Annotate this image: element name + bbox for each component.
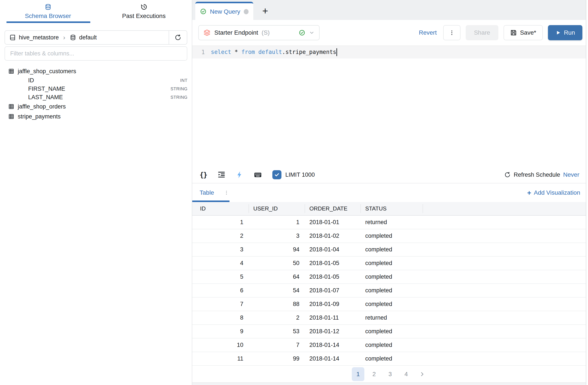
endpoint-size: (S)	[262, 29, 270, 36]
scrollbar-gutter[interactable]	[586, 0, 588, 385]
tab-past-executions-label: Past Executions	[122, 13, 166, 20]
column-name: ID	[28, 77, 34, 84]
page-button-2[interactable]: 2	[368, 367, 380, 381]
table-cell-filler	[423, 229, 588, 243]
table-row: 1072018-01-14completed	[192, 338, 588, 352]
refresh-schema-button[interactable]	[169, 31, 187, 44]
column-header-id[interactable]: ID	[192, 202, 249, 215]
format-braces-icon[interactable]: {}	[199, 171, 207, 179]
run-button-label: Run	[564, 29, 575, 36]
keyboard-shortcuts-icon[interactable]	[254, 171, 262, 179]
table-cell: completed	[361, 270, 423, 284]
unsaved-dot-icon	[244, 9, 249, 14]
refresh-schedule-label: Refresh Schedule	[514, 171, 560, 178]
limit-checkbox[interactable]	[272, 170, 281, 179]
page-button-4[interactable]: 4	[400, 367, 412, 381]
table-cell: 3	[249, 229, 305, 243]
table-cell-filler	[423, 297, 588, 311]
filter-tables-input[interactable]	[4, 46, 187, 61]
limit-group: LIMIT 1000	[272, 170, 315, 179]
sql-editor[interactable]: 1 select * from default.stripe_payments	[192, 46, 588, 167]
table-cell: 64	[249, 270, 305, 284]
refresh-schedule-value[interactable]: Never	[563, 171, 579, 178]
table-cell: 2018-01-11	[305, 311, 361, 325]
table-row: 7882018-01-09completed	[192, 297, 588, 311]
sidebar: Schema Browser Past Executions	[0, 0, 192, 385]
share-button[interactable]: Share	[466, 25, 498, 40]
table-grid-icon	[8, 104, 14, 109]
schema-table-item[interactable]: jaffle_shop_customers	[0, 66, 192, 76]
breadcrumb-schema[interactable]: default	[79, 34, 97, 41]
schema-column-item[interactable]: IDINT	[0, 76, 192, 85]
table-cell: completed	[361, 243, 423, 256]
play-icon	[555, 30, 561, 36]
table-cell: 2018-01-05	[305, 270, 361, 284]
new-tab-button[interactable]: +	[253, 2, 277, 20]
tab-past-executions[interactable]: Past Executions	[96, 0, 192, 23]
next-page-button[interactable]	[416, 367, 428, 381]
schema-column-item[interactable]: FIRST_NAMESTRING	[0, 85, 192, 93]
save-button[interactable]: Save*	[504, 25, 543, 40]
tab-schema-browser-label: Schema Browser	[25, 13, 71, 20]
table-row: 3942018-01-04completed	[192, 243, 588, 256]
lightning-icon[interactable]	[235, 171, 244, 179]
table-options-kebab[interactable]	[224, 190, 229, 195]
query-tab-new-query[interactable]: New Query	[195, 2, 253, 20]
table-cell: completed	[361, 325, 423, 338]
schema-table-item[interactable]: stripe_payments	[0, 111, 192, 122]
column-type: STRING	[170, 86, 188, 91]
chevron-down-icon	[309, 30, 315, 36]
code-line-content: select * from default.stripe_payments	[211, 48, 337, 56]
table-cell: 2018-01-14	[305, 352, 361, 365]
page-button-3[interactable]: 3	[384, 367, 396, 381]
table-cell-filler	[423, 256, 588, 270]
schema-column-item[interactable]: LAST_NAMESTRING	[0, 93, 192, 102]
column-header-user_id[interactable]: USER_ID	[249, 202, 305, 215]
column-type: INT	[180, 78, 188, 83]
table-cell-filler	[423, 243, 588, 256]
column-name: LAST_NAME	[28, 94, 63, 101]
table-cell: 53	[249, 325, 305, 338]
table-cell: completed	[361, 284, 423, 297]
run-button[interactable]: Run	[548, 25, 582, 40]
footer-strip	[192, 382, 588, 385]
table-cell: 8	[192, 311, 249, 325]
query-tabstrip: New Query +	[192, 0, 588, 20]
table-cell: 2	[249, 311, 305, 325]
table-cell: completed	[361, 256, 423, 270]
table-cell: 2018-01-07	[305, 284, 361, 297]
table-cell: 11	[192, 352, 249, 365]
table-cell: returned	[361, 215, 423, 229]
line-number: 1	[192, 49, 211, 55]
page-button-1[interactable]: 1	[352, 367, 364, 381]
code-line: 1 select * from default.stripe_payments	[192, 46, 588, 59]
table-cell: 7	[249, 338, 305, 352]
table-row: 822018-01-11returned	[192, 311, 588, 325]
table-cell: returned	[361, 311, 423, 325]
indent-icon[interactable]	[217, 171, 226, 179]
table-row: 4502018-01-05completed	[192, 256, 588, 270]
column-header-status[interactable]: STATUS	[361, 202, 423, 215]
catalog-book-icon	[9, 34, 16, 41]
schema-table-item[interactable]: jaffle_shop_orders	[0, 102, 192, 111]
endpoint-selector[interactable]: Starter Endpoint (S)	[198, 25, 319, 40]
add-visualization-button[interactable]: + Add Visualization	[527, 189, 580, 196]
column-name: FIRST_NAME	[28, 86, 65, 92]
table-cell-filler	[423, 270, 588, 284]
tab-table[interactable]: Table	[200, 189, 214, 196]
breadcrumb-catalog[interactable]: hive_metastore	[19, 34, 59, 41]
more-options-button[interactable]	[443, 25, 461, 40]
schema-tree: jaffle_shop_customersIDINTFIRST_NAMESTRI…	[0, 66, 192, 122]
table-cell: completed	[361, 229, 423, 243]
table-row: 5642018-01-05completed	[192, 270, 588, 284]
revert-button[interactable]: Revert	[419, 29, 437, 36]
kebab-icon	[449, 29, 455, 36]
app-window: Schema Browser Past Executions	[0, 0, 588, 385]
table-cell: 9	[192, 325, 249, 338]
column-header-filler	[423, 202, 588, 215]
column-header-order_date[interactable]: ORDER_DATE	[305, 202, 361, 215]
table-cell: 2	[192, 229, 249, 243]
table-cell: 88	[249, 297, 305, 311]
tab-schema-browser[interactable]: Schema Browser	[0, 0, 96, 23]
table-cell-filler	[423, 325, 588, 338]
